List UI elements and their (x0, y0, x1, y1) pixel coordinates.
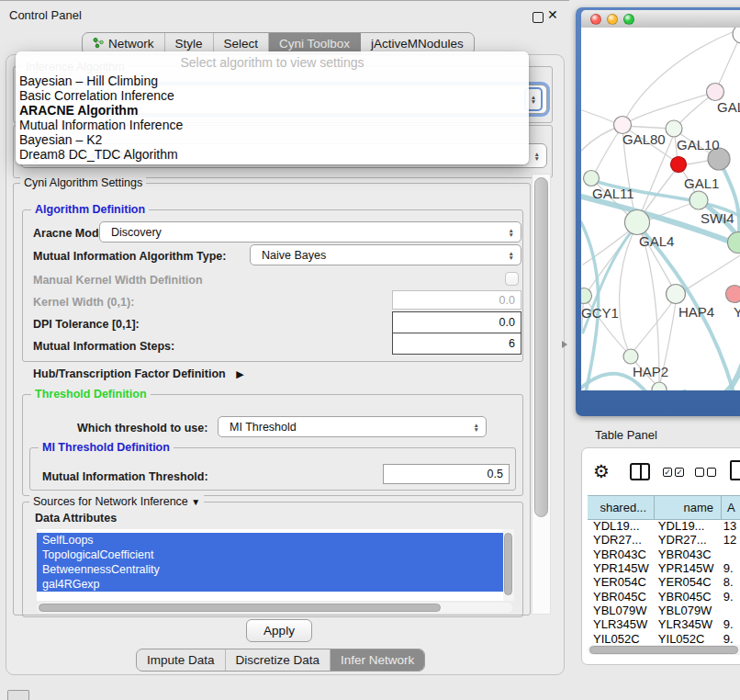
kernel-width-field[interactable]: 0.0 (392, 290, 521, 310)
attributes-vertical-scroll-thumb[interactable] (504, 533, 512, 595)
table-horizontal-scroll-thumb[interactable] (589, 646, 738, 654)
network-edge[interactable] (639, 226, 659, 383)
manual-kernel-checkbox[interactable] (505, 272, 519, 286)
mi-type-combobox[interactable]: Naive Bayes ▲▼ (250, 244, 521, 265)
node-label: GAL11 (592, 186, 634, 201)
sources-group-label[interactable]: Sources for Network Inference ▼ (29, 495, 204, 508)
select-all-checkboxes-icon[interactable]: ✓✓ (663, 468, 684, 477)
network-node-gal4[interactable] (625, 210, 650, 235)
bottom-tab-impute-data[interactable]: Impute Data (137, 649, 226, 671)
table-cell: YPR145W (588, 561, 653, 575)
expander-right-icon: ▶ (236, 368, 243, 379)
splitter-handle-icon[interactable] (562, 341, 567, 348)
aracne-mode-combobox[interactable]: Discovery ▲▼ (99, 221, 521, 243)
combo-arrows-icon: ▲▼ (474, 423, 479, 432)
table-row[interactable]: YPR145WYPR145W9. (588, 561, 740, 575)
settings-scroll-thumb[interactable] (534, 177, 548, 517)
mac-minimize-button[interactable] (607, 14, 618, 25)
table-column-header[interactable]: shared... (588, 496, 655, 519)
expander-down-icon: ▼ (191, 497, 200, 507)
network-node-gal1[interactable] (671, 157, 687, 173)
network-node-gal10[interactable] (666, 120, 682, 137)
data-attributes-list[interactable]: SelfLoopsTopologicalCoefficientBetweenne… (37, 529, 503, 601)
network-node-y[interactable] (726, 286, 740, 303)
tab-label: Network (108, 37, 154, 51)
attributes-horizontal-scroll-thumb[interactable] (39, 604, 441, 612)
network-node-gal[interactable] (707, 84, 724, 101)
network-node-hap2[interactable] (623, 349, 638, 364)
threshold-definition-group-label: Threshold Definition (31, 388, 151, 401)
node-label: GCY1 (581, 305, 619, 321)
network-node[interactable] (733, 28, 740, 43)
float-window-icon[interactable] (533, 12, 544, 23)
attribute-list-item[interactable]: gal4RGexp (37, 577, 503, 592)
network-edge[interactable] (593, 126, 622, 176)
network-edge[interactable] (685, 366, 740, 390)
tab-label: jActiveMNodules (371, 37, 464, 51)
network-node-gcy1[interactable] (581, 288, 592, 304)
table-column-header[interactable]: A (722, 496, 740, 519)
algorithm-option[interactable]: Bayesian – K2 (16, 132, 529, 147)
network-canvas[interactable]: GALGAL80GAL10GAL1SWI4GAL11GAL4GCY1HAP4YH… (581, 28, 740, 390)
table-cell: YDL19... (653, 519, 718, 533)
mit-field[interactable]: 0.5 (383, 464, 510, 484)
dpi-tolerance-field[interactable]: 0.0 (392, 311, 521, 333)
data-attributes-label: Data Attributes (35, 512, 117, 525)
table-cell: YER054C (588, 575, 653, 589)
mac-close-button[interactable] (590, 14, 601, 25)
algorithm-option[interactable]: Mutual Information Inference (16, 118, 529, 132)
mi-steps-field[interactable]: 6 (392, 333, 521, 355)
manual-kernel-label: Manual Kernel Width Definition (33, 274, 203, 287)
minimized-panel-icon[interactable] (7, 690, 29, 700)
column-layout-icon[interactable] (630, 463, 650, 480)
kernel-width-label: Kernel Width (0,1): (33, 296, 134, 309)
tab-label: Style (175, 37, 203, 51)
algorithm-option[interactable]: Basic Correlation Inference (16, 88, 529, 103)
network-node-gal11[interactable] (584, 171, 600, 186)
table-row[interactable]: YIL052CYIL052C9. (588, 631, 740, 644)
table-cell: YDR27... (588, 533, 653, 547)
table-cell: YIL052C (653, 632, 718, 644)
deselect-all-checkboxes-icon[interactable] (695, 468, 716, 477)
table-cell: YDR27... (653, 533, 718, 547)
table-row[interactable]: YER054CYER054C8. (588, 575, 740, 589)
attribute-list-item[interactable]: SelfLoops (37, 533, 503, 548)
attribute-list-item[interactable]: BetweennessCentrality (37, 562, 503, 577)
table-column-header[interactable]: name (655, 496, 722, 519)
apply-button[interactable]: Apply (246, 619, 312, 642)
network-window-titlebar[interactable] (581, 10, 740, 28)
hub-definition-expander[interactable]: Hub/Transcription Factor Definition ▶ (33, 367, 244, 380)
table-row[interactable]: YDR27...YDR27...12 (588, 533, 740, 547)
algorithm-option[interactable]: Bayesian – Hill Climbing (16, 73, 529, 88)
close-icon[interactable]: ✕ (547, 7, 558, 22)
table-cell: YER054C (653, 575, 718, 589)
mac-zoom-button[interactable] (623, 14, 634, 25)
table-row[interactable]: YBL079WYBL079W (588, 604, 740, 617)
attribute-list-item[interactable]: TopologicalCoefficient (37, 548, 503, 562)
network-edge[interactable] (624, 92, 715, 124)
network-node[interactable] (728, 232, 740, 254)
table-cell: YLR345W (588, 617, 653, 631)
network-edge[interactable] (716, 37, 740, 90)
network-node-swi4[interactable] (690, 191, 708, 209)
table-row[interactable]: YLR345WYLR345W9. (588, 617, 740, 631)
which-threshold-combobox[interactable]: MI Threshold ▲▼ (218, 416, 487, 437)
bottom-tabbar: Impute DataDiscretize DataInfer Network (136, 649, 425, 672)
table-cell: 9. (718, 561, 740, 575)
algorithm-option[interactable]: ARACNE Algorithm (16, 103, 529, 118)
table-cell: YBR045C (653, 590, 718, 604)
mi-type-value: Naive Bayes (262, 249, 326, 262)
which-threshold-value: MI Threshold (230, 421, 297, 434)
file-icon[interactable] (730, 460, 740, 480)
network-node-hap4[interactable] (667, 285, 686, 304)
gear-icon[interactable]: ⚙ (593, 460, 610, 482)
node-label: HAP2 (633, 364, 668, 379)
algorithm-option[interactable]: Dream8 DC_TDC Algorithm (16, 147, 529, 162)
bottom-tab-infer-network[interactable]: Infer Network (331, 649, 424, 671)
table-cell: YBL079W (588, 604, 653, 617)
table-row[interactable]: YBR045CYBR045C9. (588, 589, 740, 603)
bottom-tab-discretize-data[interactable]: Discretize Data (226, 649, 331, 671)
table-row[interactable]: YBR043CYBR043C (588, 548, 740, 561)
table-row[interactable]: YDL19...YDL19...13 (588, 519, 740, 533)
network-node[interactable] (652, 382, 667, 390)
